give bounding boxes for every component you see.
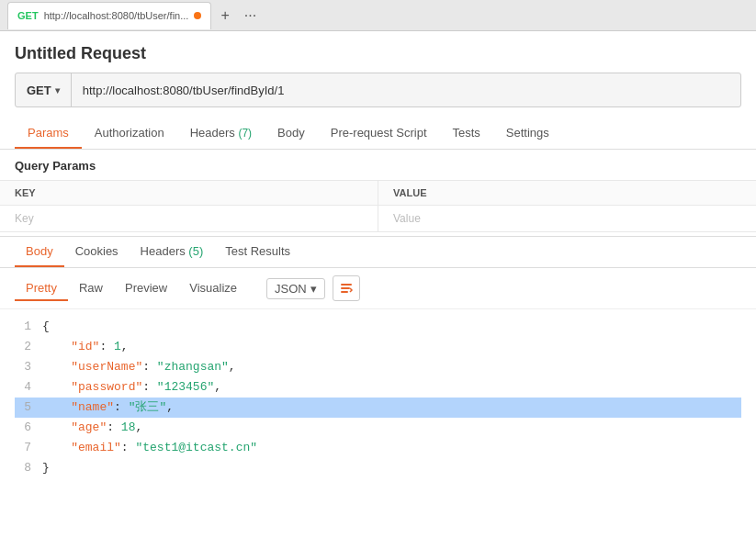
tab-body[interactable]: Body xyxy=(265,118,318,149)
line-number: 1 xyxy=(15,317,31,337)
response-tab-test-results[interactable]: Test Results xyxy=(214,237,301,267)
method-chevron-icon: ▾ xyxy=(55,85,60,95)
json-line-5: 5 "name": "张三", xyxy=(15,398,741,418)
tab-headers[interactable]: Headers (7) xyxy=(177,118,265,149)
json-brace-open: { xyxy=(42,317,50,337)
sub-tab-raw[interactable]: Raw xyxy=(68,276,114,301)
url-input[interactable] xyxy=(72,84,740,97)
tab-params[interactable]: Params xyxy=(15,118,82,149)
json-line-6: 6 "age": 18, xyxy=(15,418,741,438)
json-line-2: 2 "id": 1, xyxy=(15,337,741,357)
tab-dot xyxy=(194,12,201,19)
json-line-3: 3 "userName": "zhangsan", xyxy=(15,357,741,377)
wrap-icon xyxy=(339,281,354,296)
json-value: "123456" xyxy=(157,380,214,394)
svg-rect-0 xyxy=(341,284,352,286)
key-cell[interactable]: Key xyxy=(0,206,378,232)
value-cell[interactable]: Value xyxy=(378,206,757,232)
line-number: 4 xyxy=(15,377,31,398)
json-value: 1 xyxy=(114,340,121,353)
response-tab-body[interactable]: Body xyxy=(15,237,64,267)
json-value: "zhangsan" xyxy=(157,360,229,374)
line-number: 8 xyxy=(15,458,31,478)
json-viewer: 1 { 2 "id": 1, 3 "userName": "zhangsan",… xyxy=(0,309,756,486)
sub-tabs-bar: Pretty Raw Preview Visualize JSON ▾ xyxy=(0,268,756,309)
json-line-8: 8 } xyxy=(15,458,741,478)
json-line-4: 4 "password": "123456", xyxy=(15,377,741,398)
headers-badge: (7) xyxy=(238,127,252,140)
sub-tab-preview[interactable]: Preview xyxy=(114,276,178,301)
request-title: Untitled Request xyxy=(0,31,756,73)
app-content: Untitled Request GET ▾ Params Authorizat… xyxy=(0,31,756,486)
json-key: "userName" xyxy=(71,360,142,374)
line-number: 6 xyxy=(15,418,31,438)
response-tab-cookies[interactable]: Cookies xyxy=(64,237,130,267)
json-brace-close: } xyxy=(42,458,50,478)
tab-method: GET xyxy=(17,10,39,21)
url-bar: GET ▾ xyxy=(15,73,741,107)
json-value: "张三" xyxy=(129,400,167,414)
sub-tab-pretty[interactable]: Pretty xyxy=(15,276,68,301)
json-line-1: 1 { xyxy=(15,317,741,337)
line-number: 3 xyxy=(15,357,31,377)
json-key: "id" xyxy=(71,340,99,353)
tab-url: http://localhost:8080/tbUser/fin... xyxy=(44,10,189,21)
query-params-label: Query Params xyxy=(0,150,756,180)
format-label: JSON xyxy=(275,282,307,296)
json-key: "name" xyxy=(71,400,114,414)
json-value: "test1@itcast.cn" xyxy=(135,441,257,454)
params-table: KEY VALUE Key Value xyxy=(0,180,756,232)
format-select[interactable]: JSON ▾ xyxy=(266,278,325,299)
col-key: KEY xyxy=(0,181,378,206)
line-number: 5 xyxy=(15,398,31,418)
svg-rect-1 xyxy=(341,287,350,289)
wrap-button[interactable] xyxy=(333,275,360,301)
method-select[interactable]: GET ▾ xyxy=(16,73,72,106)
line-number: 7 xyxy=(15,438,31,458)
request-nav-tabs: Params Authorization Headers (7) Body Pr… xyxy=(0,118,756,150)
tab-authorization[interactable]: Authorization xyxy=(82,118,177,149)
svg-rect-2 xyxy=(341,291,348,293)
tab-pre-request[interactable]: Pre-request Script xyxy=(318,118,440,149)
col-value: VALUE xyxy=(378,181,757,206)
add-tab-button[interactable]: + xyxy=(215,6,234,26)
method-label: GET xyxy=(27,84,51,97)
json-value: 18 xyxy=(121,420,136,434)
table-row: Key Value xyxy=(0,206,756,232)
json-key: "password" xyxy=(71,380,142,394)
more-tabs-button[interactable]: ··· xyxy=(239,6,262,26)
json-line-7: 7 "email": "test1@itcast.cn" xyxy=(15,438,741,458)
browser-tab[interactable]: GET http://localhost:8080/tbUser/fin... xyxy=(7,2,211,29)
browser-tab-bar: GET http://localhost:8080/tbUser/fin... … xyxy=(0,0,756,31)
tab-settings[interactable]: Settings xyxy=(493,118,562,149)
response-tab-headers[interactable]: Headers (5) xyxy=(130,237,215,267)
json-key: "age" xyxy=(71,420,107,434)
json-key: "email" xyxy=(71,441,121,454)
response-headers-badge: (5) xyxy=(188,244,203,258)
tab-tests[interactable]: Tests xyxy=(440,118,493,149)
sub-tab-visualize[interactable]: Visualize xyxy=(178,276,248,301)
format-chevron-icon: ▾ xyxy=(310,282,317,296)
line-number: 2 xyxy=(15,337,31,357)
response-tabs: Body Cookies Headers (5) Test Results xyxy=(0,237,756,268)
